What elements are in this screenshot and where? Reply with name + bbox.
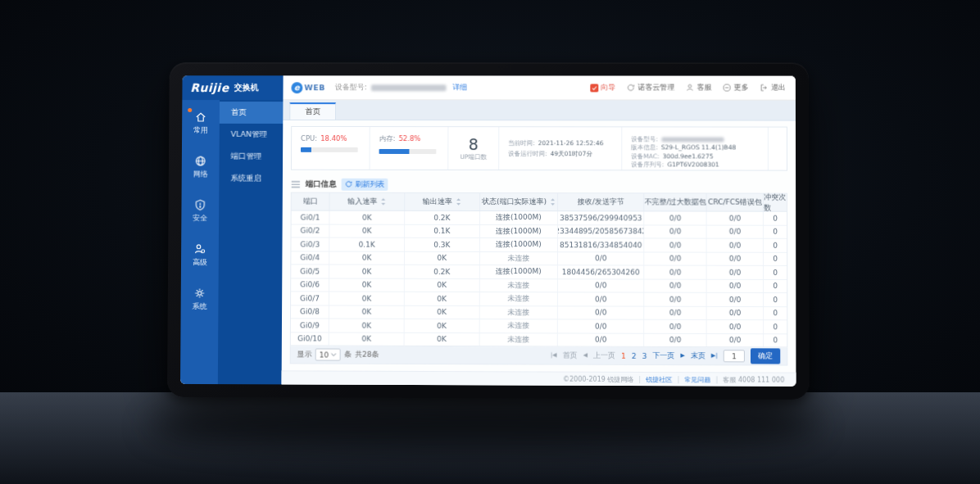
chevron-down-icon bbox=[331, 353, 337, 357]
sort-icon[interactable] bbox=[380, 197, 386, 206]
cell-fragment-oversize: 0/0 bbox=[644, 320, 706, 333]
cell-rx-tx-bytes: 38537596/299940953 bbox=[558, 211, 644, 224]
pagination-bar: 显示 10 条 共28条 |◀ 首页 ◀ 上一页 bbox=[290, 346, 788, 365]
sort-icon[interactable] bbox=[456, 197, 461, 206]
eweb-logo-icon: e bbox=[291, 82, 302, 93]
page-size-select[interactable]: 10 bbox=[315, 348, 341, 360]
table-row[interactable]: Gi0/7 0K 0K 未连接 0/0 0/0 0/0 0 bbox=[291, 292, 787, 306]
col-output-rate[interactable]: 输出速率 bbox=[405, 193, 480, 210]
serial-label: 设备序列号: bbox=[631, 161, 664, 170]
home-page: CPU: 18.40% 内存: 52.8% bbox=[282, 120, 796, 373]
submenu-item-port[interactable]: 端口管理 bbox=[219, 146, 283, 168]
cell-crc-fcs: 0/0 bbox=[707, 279, 764, 292]
shield-icon bbox=[193, 198, 206, 211]
prev-page-button[interactable]: ◀ 上一页 bbox=[583, 351, 615, 361]
submenu-item-restart[interactable]: 系统重启 bbox=[219, 168, 283, 190]
table-row[interactable]: Gi0/1 0K 0.2K 连接(1000M) 38537596/2999409… bbox=[292, 211, 787, 226]
table-row[interactable]: Gi0/2 0K 0.1K 连接(1000M) 23344895/2058567… bbox=[291, 224, 787, 239]
first-page-button[interactable]: |◀ 首页 bbox=[551, 350, 578, 360]
rail-item-system[interactable]: 系统 bbox=[181, 279, 219, 323]
cell-crc-fcs: 0/0 bbox=[707, 293, 764, 306]
table-row[interactable]: Gi0/8 0K 0K 未连接 0/0 0/0 0/0 0 bbox=[291, 305, 787, 320]
action-label: 诺客云管理 bbox=[637, 83, 674, 93]
support-link[interactable]: 客服 bbox=[685, 83, 711, 93]
sidebar-rail: 常用 网络 安全 bbox=[180, 100, 220, 384]
overview-spacer bbox=[769, 128, 787, 170]
col-collisions[interactable]: 冲突次数 bbox=[764, 194, 787, 211]
table-row[interactable]: Gi0/6 0K 0K 未连接 0/0 0/0 0/0 0 bbox=[291, 278, 787, 293]
table-row[interactable]: Gi0/4 0K 0K 未连接 0/0 0/0 0/0 0 bbox=[291, 251, 787, 266]
sort-icon[interactable] bbox=[550, 197, 556, 206]
cell-status: 未连接 bbox=[479, 292, 558, 305]
col-port[interactable]: 端口 bbox=[292, 193, 330, 210]
separator: | bbox=[639, 375, 642, 382]
table-row[interactable]: Gi0/3 0.1K 0.3K 连接(1000M) 85131816/33485… bbox=[291, 237, 787, 252]
cell-crc-fcs: 0/0 bbox=[707, 225, 764, 238]
overview-card: CPU: 18.40% 内存: 52.8% bbox=[291, 126, 787, 171]
menu-icon bbox=[291, 179, 301, 188]
page-number-3[interactable]: 3 bbox=[642, 351, 647, 360]
table-row[interactable]: Gi0/10 0K 0K 未连接 0/0 0/0 0/0 0 bbox=[291, 332, 787, 347]
confirm-button[interactable]: 确定 bbox=[751, 348, 780, 364]
detail-link[interactable]: 详细 bbox=[452, 82, 467, 93]
wizard-icon bbox=[590, 84, 598, 92]
cell-input-rate: 0K bbox=[329, 332, 405, 346]
cloud-management-link[interactable]: 诺客云管理 bbox=[626, 83, 674, 93]
cell-collisions: 0 bbox=[764, 252, 787, 265]
tab-home[interactable]: 首页 bbox=[289, 102, 336, 120]
community-link[interactable]: 锐捷社区 bbox=[646, 375, 672, 384]
faq-link[interactable]: 常见问题 bbox=[684, 375, 710, 384]
cell-fragment-oversize: 0/0 bbox=[644, 333, 707, 346]
last-page-button[interactable]: 末页 ▶| bbox=[691, 351, 718, 361]
page-number-2[interactable]: 2 bbox=[632, 351, 637, 360]
rail-item-common[interactable]: 常用 bbox=[182, 103, 220, 147]
section-title: 端口信息 bbox=[306, 179, 337, 189]
separator: | bbox=[677, 376, 679, 383]
system-icon bbox=[193, 287, 206, 300]
table-row[interactable]: Gi0/9 0K 0K 未连接 0/0 0/0 0/0 0 bbox=[291, 319, 787, 333]
more-link[interactable]: 更多 bbox=[723, 83, 749, 93]
cell-crc-fcs: 0/0 bbox=[707, 306, 764, 319]
cell-input-rate: 0K bbox=[329, 305, 405, 319]
wizard-link[interactable]: 向导 bbox=[590, 82, 615, 93]
device-shadow bbox=[147, 402, 819, 451]
rail-item-security[interactable]: 安全 bbox=[181, 191, 219, 235]
time-info: 当前时间:2021-11-26 12:52:46 设备运行时间:49天01时07… bbox=[499, 127, 622, 170]
page-number-1[interactable]: 1 bbox=[621, 351, 626, 360]
refresh-list-button[interactable]: 刷新列表 bbox=[342, 178, 388, 190]
device-info: 设备型号: 版本信息:S29-L_RGOS 11.4(1)B48 设备MAC:3… bbox=[622, 127, 769, 170]
cell-status: 未连接 bbox=[479, 306, 558, 319]
current-time-label: 当前时间: bbox=[508, 138, 535, 148]
device-bezel: Ruijie 交换机 常用 网 bbox=[167, 62, 810, 400]
next-page-button[interactable]: 下一页 ▶ bbox=[652, 351, 684, 361]
col-crc-fcs[interactable]: CRC/FCS错误包 bbox=[707, 194, 764, 211]
col-input-rate[interactable]: 输入速率 bbox=[330, 193, 406, 210]
goto-page-input[interactable] bbox=[724, 350, 745, 362]
cell-rx-tx-bytes: 0/0 bbox=[558, 279, 644, 292]
cell-output-rate: 0K bbox=[405, 305, 480, 319]
col-rx-tx-bytes[interactable]: 接收/发送字节 bbox=[558, 193, 644, 210]
col-fragment-oversize[interactable]: 不完整/过大数据包 bbox=[645, 193, 707, 210]
memory-progressbar bbox=[379, 149, 437, 154]
table-header-row: 端口 输入速率 输出速率 状态(端口实际速率) 接收/发送字节 不完整/过大数据… bbox=[292, 193, 787, 212]
cell-crc-fcs: 0/0 bbox=[707, 252, 764, 265]
home-icon bbox=[194, 111, 207, 124]
cell-fragment-oversize: 0/0 bbox=[644, 293, 706, 306]
cell-fragment-oversize: 0/0 bbox=[644, 306, 706, 319]
rail-item-network[interactable]: 网络 bbox=[182, 147, 220, 192]
cell-port: Gi0/3 bbox=[291, 237, 329, 251]
cell-output-rate: 0K bbox=[405, 292, 480, 305]
col-status[interactable]: 状态(端口实际速率) bbox=[480, 193, 558, 210]
last-page-icon: ▶| bbox=[711, 353, 718, 359]
sidebar-submenu: 首页 VLAN管理 端口管理 系统重启 bbox=[218, 100, 284, 384]
cell-port: Gi0/9 bbox=[291, 319, 329, 332]
cell-input-rate: 0K bbox=[329, 319, 405, 332]
copyright-text: ©2000-2019 锐捷网络 bbox=[563, 374, 634, 383]
notification-dot bbox=[188, 108, 192, 112]
cell-fragment-oversize: 0/0 bbox=[644, 279, 706, 292]
submenu-item-vlan[interactable]: VLAN管理 bbox=[220, 124, 284, 146]
logout-link[interactable]: 退出 bbox=[760, 83, 786, 93]
submenu-item-home[interactable]: 首页 bbox=[220, 102, 284, 124]
rail-item-advanced[interactable]: 高级 bbox=[181, 235, 219, 279]
table-row[interactable]: Gi0/5 0K 0.2K 连接(1000M) 1804456/26530426… bbox=[291, 265, 787, 279]
